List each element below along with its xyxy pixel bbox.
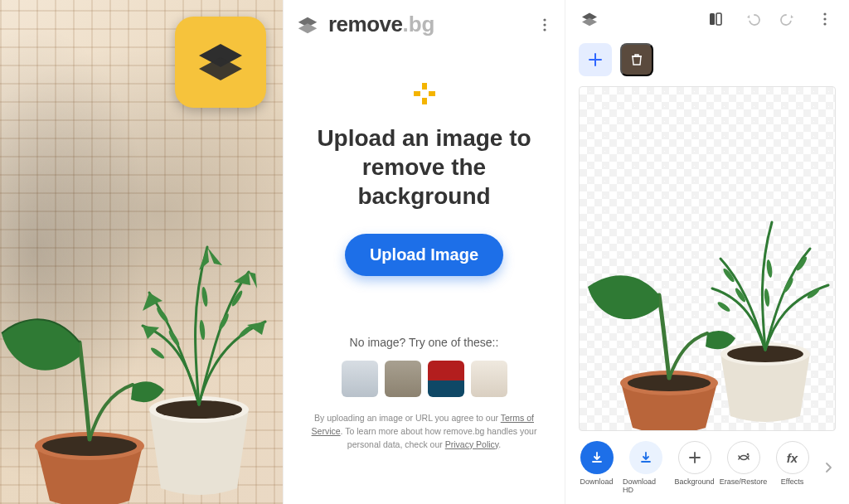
original-plants-image [0, 148, 283, 504]
download-icon [589, 450, 604, 465]
sample-thumbnail-4[interactable] [471, 361, 507, 397]
background-action[interactable]: Background [672, 441, 717, 486]
background-label: Background [674, 477, 714, 486]
fx-icon: fx [787, 451, 798, 465]
brand-name: remove [328, 12, 403, 36]
svg-point-8 [167, 329, 182, 347]
menu-button[interactable] [536, 17, 553, 33]
sample-thumbnails [342, 361, 507, 397]
effects-action[interactable]: fx Effects [769, 441, 815, 486]
erase-label: Erase/Restore [720, 477, 768, 486]
add-image-button[interactable] [579, 43, 612, 76]
more-actions-button[interactable] [822, 461, 835, 474]
svg-point-42 [746, 453, 749, 456]
compare-button[interactable] [705, 8, 726, 30]
upload-image-button[interactable]: Upload Image [345, 234, 503, 276]
download-action[interactable]: Download [574, 441, 619, 486]
sample-thumbnail-3[interactable] [428, 361, 464, 397]
trash-icon [629, 52, 644, 67]
editor-canvas[interactable] [579, 86, 836, 431]
chevron-right-icon [822, 461, 835, 474]
svg-rect-22 [429, 91, 435, 96]
legal-text: By uploading an image or URL you agree t… [302, 412, 546, 466]
brand-suffix: .bg [403, 12, 435, 36]
plus-icon [411, 80, 438, 107]
svg-point-9 [155, 306, 170, 323]
legal-pre: By uploading an image or URL you agree t… [314, 413, 501, 423]
redo-icon [780, 11, 797, 27]
brand-layers-icon [295, 12, 320, 37]
mid-body: Upload an image to remove the background… [284, 44, 565, 504]
background-plus-icon [687, 450, 702, 465]
try-one-of-these: No image? Try one of these:: [350, 336, 499, 349]
redo-button[interactable] [778, 8, 799, 30]
layers-icon [194, 36, 247, 89]
svg-point-17 [543, 23, 546, 26]
editor-header [565, 0, 849, 38]
result-plants-image [580, 153, 836, 430]
sample-thumbnail-2[interactable] [385, 361, 421, 397]
erase-icon [735, 449, 752, 466]
download-hd-label: Download HD [623, 477, 668, 494]
brand-wordmark: remove.bg [328, 12, 435, 37]
image-thumb-row [565, 38, 849, 85]
svg-marker-15 [298, 23, 318, 33]
compare-icon [707, 11, 724, 27]
mid-header: remove.bg [284, 0, 565, 44]
delete-image-button[interactable] [620, 43, 653, 76]
svg-marker-24 [582, 18, 597, 27]
kebab-icon [536, 17, 553, 33]
svg-point-16 [543, 18, 546, 21]
svg-point-18 [543, 28, 546, 31]
headline: Upload an image to remove the background [302, 124, 546, 211]
legal-mid: . To learn more about how remove.bg hand… [341, 426, 537, 449]
svg-point-11 [149, 346, 165, 360]
svg-rect-19 [422, 83, 427, 90]
download-hd-icon [638, 450, 653, 465]
download-label: Download [580, 477, 613, 486]
undo-button[interactable] [741, 8, 763, 30]
svg-point-6 [217, 313, 230, 331]
upload-landing-panel: remove.bg Upload an image to remove the … [283, 0, 565, 504]
sample-thumbnail-1[interactable] [342, 361, 378, 397]
svg-point-4 [201, 287, 208, 308]
svg-point-32 [765, 259, 773, 279]
app-badge [175, 17, 266, 108]
svg-point-5 [199, 320, 206, 340]
effects-label: Effects [781, 477, 803, 486]
plus-thin-icon [588, 52, 603, 67]
undo-icon [744, 11, 760, 27]
editor-home-button[interactable] [579, 8, 600, 30]
svg-rect-25 [710, 13, 715, 25]
svg-point-10 [237, 324, 253, 338]
action-row: Download Download HD Background Erase/Re… [565, 431, 849, 504]
privacy-policy-link[interactable]: Privacy Policy [445, 439, 499, 449]
svg-rect-21 [414, 91, 420, 96]
download-hd-action[interactable]: Download HD [623, 441, 668, 494]
svg-rect-20 [422, 98, 427, 104]
svg-rect-26 [716, 13, 721, 25]
svg-marker-1 [199, 57, 242, 80]
layers-small-icon [580, 9, 599, 29]
legal-post: . [498, 439, 501, 449]
kebab-icon [817, 11, 833, 27]
editor-menu-button[interactable] [814, 8, 836, 30]
svg-point-39 [716, 300, 731, 313]
editor-panel: Download Download HD Background Erase/Re… [565, 0, 849, 504]
original-image-panel [0, 0, 283, 504]
svg-point-28 [823, 17, 826, 20]
erase-restore-action[interactable]: Erase/Restore [720, 441, 766, 486]
svg-point-27 [823, 12, 826, 15]
svg-point-33 [764, 288, 770, 308]
svg-point-29 [823, 22, 826, 25]
